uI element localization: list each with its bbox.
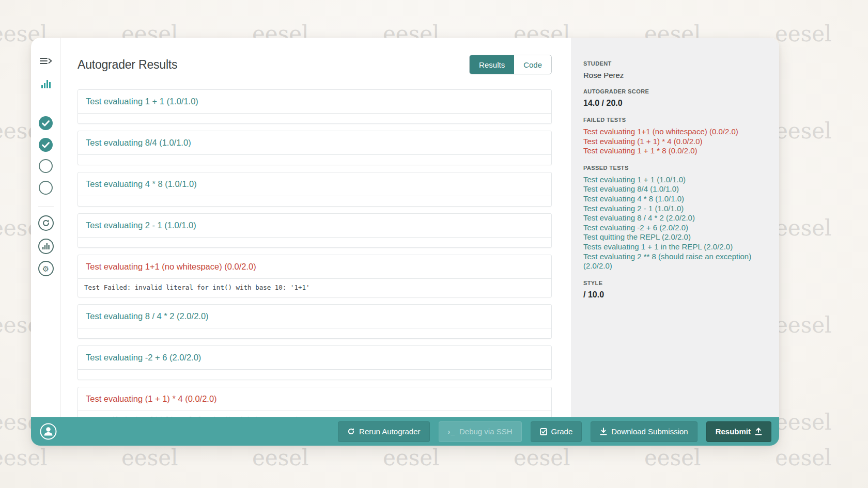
test-card[interactable]: Test evaluating 8 / 4 * 2 (2.0/2.0) [78,304,552,339]
passed-test-item: Test evaluating -2 + 6 (2.0/2.0) [583,223,767,233]
passed-test-item: Test evaluating 1 + 1 (1.0/1.0) [583,175,767,185]
test-name[interactable]: Test evaluating (1 + 1) * 4 (0.0/2.0) [78,387,551,411]
test-error-text: Test Failed: invalid literal for int() w… [78,279,551,297]
test-name[interactable]: Test evaluating 1+1 (no whitespace) (0.0… [78,255,551,278]
failed-tests-list: Test evaluating 1+1 (no whitespace) (0.0… [583,127,767,156]
style-score-value: / 10.0 [583,290,767,300]
watermark-text: eesel [775,120,832,142]
passed-test-item: Test evaluating 2 ** 8 (should raise an … [583,252,767,271]
test-output [78,237,551,247]
test-output [78,113,551,123]
watermark-text: eesel [775,412,832,433]
submission-summary-sidebar: STUDENT Rose Perez AUTOGRADER SCORE 14.0… [571,38,779,417]
watermark-text: eesel [775,217,832,239]
passed-test-item: Test evaluating 8/4 (1.0/1.0) [583,184,767,194]
test-output: Test Failed: invalid literal for int() w… [78,278,551,297]
passed-test-item: Tests evaluating 1 + 1 in the REPL (2.0/… [583,242,767,252]
settings-gear-icon[interactable]: ⚙ [38,261,54,276]
step-pending-circle-icon[interactable] [39,159,53,173]
passed-test-item: Test evaluating 4 * 8 (1.0/1.0) [583,194,767,204]
watermark-text: eesel [121,447,178,469]
rerun-icon [347,428,355,435]
app-window: ⚙ Autograder Results Results Code Test e… [31,38,779,446]
failed-test-item: Test evaluating (1 + 1) * 4 (0.0/2.0) [583,137,767,147]
failed-test-item: Test evaluating 1 + 1 * 8 (0.0/2.0) [583,146,767,156]
test-output [78,154,551,165]
download-icon [600,428,607,435]
watermark-text: eesel [775,447,832,469]
test-card[interactable]: Test evaluating 1+1 (no whitespace) (0.0… [78,255,552,297]
tab-results[interactable]: Results [470,55,514,74]
step-complete-check-icon[interactable] [39,116,53,130]
failed-tests-label: FAILED TESTS [583,117,767,123]
view-toggle: Results Code [469,55,552,74]
rail-divider [38,207,54,207]
test-name[interactable]: Test evaluating 8/4 (1.0/1.0) [78,131,551,154]
student-label: STUDENT [583,60,767,67]
terminal-icon: ›_ [448,428,455,436]
grade-button[interactable]: Grade [531,421,582,442]
rerun-autograder-button[interactable]: Rerun Autograder [338,421,429,442]
test-card[interactable]: Test evaluating -2 + 6 (2.0/2.0) [78,345,552,380]
watermark-text: eesel [644,447,701,469]
stats-circle-icon[interactable] [38,239,54,254]
upload-icon [755,428,762,435]
test-name[interactable]: Test evaluating -2 + 6 (2.0/2.0) [78,346,551,369]
step-pending-circle-icon[interactable] [39,181,53,195]
watermark-text: eesel [775,314,832,336]
passed-tests-list: Test evaluating 1 + 1 (1.0/1.0)Test eval… [583,175,767,271]
test-output: Test Failed: invalid literal for int() w… [78,411,551,417]
test-name[interactable]: Test evaluating 2 - 1 (1.0/1.0) [78,214,551,237]
footer-action-bar: Rerun Autograder ›_ Debug via SSH Grade [31,417,779,446]
watermark-text: eesel [514,447,570,469]
test-name[interactable]: Test evaluating 8 / 4 * 2 (2.0/2.0) [78,305,551,328]
test-results-list: Test evaluating 1 + 1 (1.0/1.0) Test eva… [78,89,552,417]
test-name[interactable]: Test evaluating 1 + 1 (1.0/1.0) [78,90,551,113]
test-card[interactable]: Test evaluating 8/4 (1.0/1.0) [78,131,552,165]
student-name: Rose Perez [583,71,767,80]
download-submission-button[interactable]: Download Submission [591,421,697,442]
step-complete-check-icon[interactable] [39,138,53,152]
tab-code[interactable]: Code [514,55,551,74]
menu-expand-icon[interactable] [40,56,52,66]
test-output [78,369,551,380]
test-card[interactable]: Test evaluating 4 * 8 (1.0/1.0) [78,172,552,207]
passed-test-item: Test evaluating 2 - 1 (1.0/1.0) [583,204,767,214]
test-error-text: Test Failed: invalid literal for int() w… [78,411,551,417]
watermark-text: eesel [383,447,440,469]
passed-test-item: Test evaluating 8 / 4 * 2 (2.0/2.0) [583,213,767,223]
test-card[interactable]: Test evaluating (1 + 1) * 4 (0.0/2.0) Te… [78,387,552,417]
failed-test-item: Test evaluating 1+1 (no whitespace) (0.0… [583,127,767,137]
style-label: STYLE [583,280,767,286]
watermark-text: eesel [775,23,832,45]
passed-test-item: Test quitting the REPL (2.0/2.0) [583,232,767,242]
results-panel: Autograder Results Results Code Test eva… [61,38,571,417]
rerun-icon[interactable] [38,215,54,231]
autograder-score-value: 14.0 / 20.0 [583,99,767,108]
user-avatar-icon[interactable] [40,423,57,440]
test-name[interactable]: Test evaluating 4 * 8 (1.0/1.0) [78,172,551,196]
left-icon-rail: ⚙ [31,38,61,417]
passed-tests-label: PASSED TESTS [583,165,767,171]
page-title: Autograder Results [78,58,177,72]
test-card[interactable]: Test evaluating 2 - 1 (1.0/1.0) [78,213,552,248]
watermark-text: eesel [252,447,309,469]
resubmit-button[interactable]: Resubmit [706,421,771,442]
test-output [78,328,551,338]
watermark-text: eesel [0,447,48,469]
autograder-score-label: AUTOGRADER SCORE [583,88,767,95]
analytics-chart-icon[interactable] [41,80,51,88]
grade-checkbox-icon [540,428,547,435]
test-card[interactable]: Test evaluating 1 + 1 (1.0/1.0) [78,89,552,124]
debug-via-ssh-button[interactable]: ›_ Debug via SSH [439,421,522,442]
test-output [78,196,551,206]
